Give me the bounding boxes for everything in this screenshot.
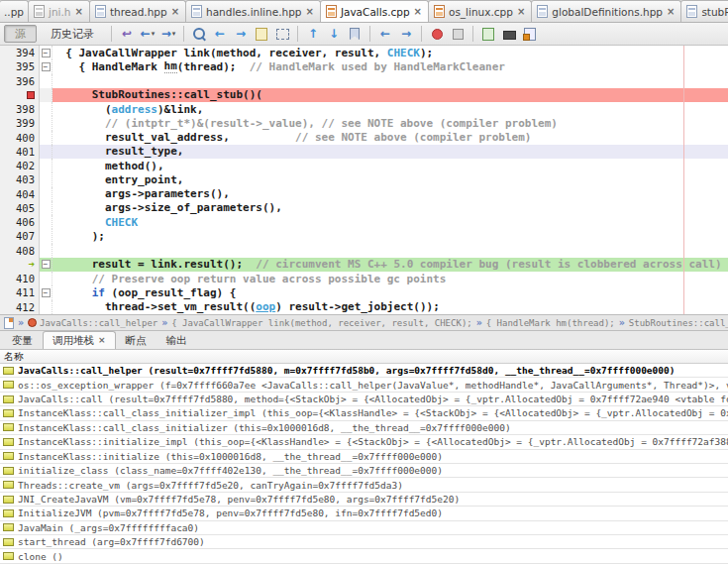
close-icon[interactable]: × — [75, 7, 83, 17]
line-gutter[interactable]: 411 — [0, 285, 40, 299]
fold-column[interactable] — [40, 215, 52, 229]
fold-column[interactable] — [40, 116, 52, 130]
line-gutter[interactable]: 410 — [0, 272, 40, 285]
breadcrumb-item[interactable]: JavaCalls::call_helper — [28, 318, 157, 328]
line-gutter[interactable]: 408 — [0, 244, 40, 258]
find-previous-occurrence-icon[interactable]: ← — [211, 25, 229, 43]
fold-column[interactable] — [40, 74, 52, 88]
line-gutter[interactable]: 400 — [0, 131, 40, 145]
fold-column[interactable] — [40, 88, 52, 102]
editor-tab-handles-inline-hpp[interactable]: handles.inline.hpp× — [185, 0, 321, 22]
line-gutter[interactable]: 398 — [0, 102, 40, 116]
close-icon[interactable]: × — [171, 7, 179, 17]
start-macro-recording-icon[interactable] — [428, 25, 446, 43]
code-editor[interactable]: 394− { JavaCallWrapper link(method, rece… — [0, 46, 728, 314]
line-gutter[interactable]: 407 — [0, 229, 40, 243]
editor-tab-thread-hpp[interactable]: thread.hpp× — [89, 0, 186, 22]
line-gutter[interactable]: 412 — [0, 300, 40, 314]
line-gutter[interactable]: ➔ — [0, 258, 40, 272]
line-gutter[interactable]: 403 — [0, 172, 40, 186]
stack-frame-row[interactable]: JavaCalls::call (result=0x7ffff7fd5880, … — [0, 393, 728, 406]
close-icon[interactable]: × — [517, 7, 525, 17]
stack-frame-row[interactable]: InstanceKlass::call_class_initializer (t… — [0, 421, 728, 435]
breadcrumb-item[interactable]: StubRoutines::call_stub()( — [629, 318, 728, 328]
fold-collapse-icon[interactable]: − — [42, 62, 51, 71]
line-gutter[interactable]: 405 — [0, 201, 40, 215]
fold-column[interactable] — [40, 300, 52, 314]
line-gutter[interactable]: 396 — [0, 74, 40, 88]
stop-macro-recording-icon[interactable] — [449, 25, 467, 43]
fold-column[interactable]: − — [40, 59, 52, 73]
breadcrumb-item[interactable] — [4, 317, 14, 329]
editor-tab-jni-h[interactable]: jni.h× — [28, 0, 90, 22]
close-icon[interactable]: × — [414, 7, 422, 17]
fold-column[interactable] — [40, 172, 52, 186]
source-view-button[interactable]: 源 — [4, 25, 37, 43]
line-gutter[interactable]: 406 — [0, 215, 40, 229]
fold-column[interactable] — [40, 131, 52, 145]
line-gutter[interactable]: 394 — [0, 46, 40, 59]
find-selection-icon[interactable] — [190, 25, 208, 43]
find-next-occurrence-icon[interactable]: → — [232, 25, 250, 43]
toggle-bookmark-icon[interactable] — [346, 25, 364, 43]
fold-column[interactable]: − — [40, 46, 52, 59]
shift-line-left-icon[interactable]: ← — [376, 25, 394, 43]
debugger-tab-调用堆栈[interactable]: 调用堆栈× — [43, 331, 116, 349]
fold-column[interactable] — [40, 244, 52, 258]
toggle-highlight-search-icon[interactable] — [253, 25, 270, 43]
editor-tab-globaldefinitions-hpp[interactable]: globalDefinitions.hpp× — [531, 0, 681, 22]
shift-line-right-icon[interactable]: → — [397, 25, 415, 43]
fold-collapse-icon[interactable]: − — [42, 260, 51, 269]
editor-tab-javacalls-cpp[interactable]: JavaCalls.cpp× — [320, 0, 429, 22]
line-gutter[interactable]: 395 — [0, 59, 40, 73]
stack-frame-row[interactable]: InitializeJVM (pvm=0x7ffff7fd5e78, penv=… — [0, 507, 728, 520]
close-icon[interactable]: × — [305, 7, 313, 17]
uncomment-icon[interactable] — [500, 25, 518, 43]
fold-column[interactable]: − — [40, 258, 52, 272]
line-gutter[interactable] — [0, 88, 40, 102]
fold-column[interactable] — [40, 145, 52, 159]
stack-frame-row[interactable]: clone () — [0, 549, 728, 563]
next-bookmark-icon[interactable]: ↓ — [325, 25, 343, 43]
breadcrumb-item[interactable]: { JavaCallWrapper link(method, receiver,… — [171, 318, 471, 328]
fold-collapse-icon[interactable]: − — [42, 49, 51, 57]
comment-icon[interactable] — [479, 25, 497, 43]
fold-column[interactable] — [40, 102, 52, 116]
stack-frame-row[interactable]: InstanceKlass::initialize (this=0x100001… — [0, 450, 728, 464]
history-view-button[interactable]: 历史记录 — [40, 25, 105, 43]
debugger-tab-断点[interactable]: 断点 — [116, 331, 156, 349]
breakpoint-icon[interactable] — [27, 91, 35, 99]
stack-frame-row[interactable]: InstanceKlass::call_class_initializer_im… — [0, 406, 728, 420]
rectangular-selection-icon[interactable] — [273, 25, 291, 43]
breadcrumb-item[interactable]: { HandleMark hm(thread); — [486, 318, 615, 328]
stack-frame-row[interactable]: JNI_CreateJavaVM (vm=0x7ffff7fd5e78, pen… — [0, 493, 728, 507]
fold-column[interactable] — [40, 229, 52, 243]
fold-collapse-icon[interactable]: − — [42, 288, 51, 297]
fold-column[interactable] — [40, 272, 52, 285]
fold-column[interactable] — [40, 159, 52, 172]
line-gutter[interactable]: 399 — [0, 116, 40, 130]
stack-frame-row[interactable]: initialize_class (class_name=0x7ffff402e… — [0, 464, 728, 478]
editor-tab-stubroutines-hpp[interactable]: stubRoutines.hpp× — [680, 0, 728, 22]
line-gutter[interactable]: 402 — [0, 159, 40, 172]
close-icon[interactable]: × — [667, 7, 675, 17]
fold-column[interactable] — [40, 201, 52, 215]
stack-frame-row[interactable]: InstanceKlass::initialize_impl (this_oop… — [0, 435, 728, 449]
stack-frame-row[interactable]: JavaMain (_args=0x7ffffffffaca0) — [0, 521, 728, 535]
line-gutter[interactable]: 401 — [0, 145, 40, 159]
line-gutter[interactable]: 404 — [0, 187, 40, 201]
forward-icon[interactable]: →▾ — [159, 25, 177, 43]
previous-bookmark-icon[interactable]: ↑ — [304, 25, 322, 43]
macro-expansion-icon[interactable] — [521, 25, 539, 43]
back-icon[interactable]: ←▾ — [139, 25, 156, 43]
fold-column[interactable]: − — [40, 285, 52, 299]
fold-column[interactable] — [40, 187, 52, 201]
stack-frame-row[interactable]: JavaCalls::call_helper (result=0x7ffff7f… — [0, 364, 728, 378]
stack-frame-row[interactable]: start_thread (arg=0x7ffff7fd6700) — [0, 535, 728, 549]
editor-tab-os-linux-cpp[interactable]: os_linux.cpp× — [428, 0, 532, 22]
close-icon[interactable]: × — [98, 336, 106, 345]
debugger-tab-变量[interactable]: 变量 — [2, 331, 43, 349]
editor-tab--pp[interactable]: ..pp — [0, 0, 29, 22]
stack-frame-row[interactable]: Threads::create_vm (args=0x7ffff7fd5e20,… — [0, 478, 728, 492]
last-edit-location-icon[interactable]: ↩ — [118, 25, 136, 43]
